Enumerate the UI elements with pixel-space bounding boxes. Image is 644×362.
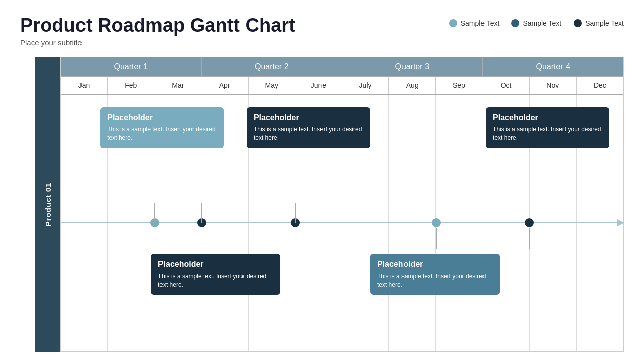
month-mar: Mar: [154, 77, 201, 94]
month-feb: Feb: [108, 77, 154, 94]
milestone-4: [432, 218, 441, 227]
month-oct: Oct: [482, 77, 529, 94]
month-july: July: [342, 77, 389, 94]
milestone-5: [525, 218, 534, 227]
card-5-text: This is a sample text. Insert your desir…: [377, 272, 493, 289]
quarter-4: Quarter 4: [483, 57, 624, 76]
page-title: Product Roadmap Gantt Chart: [20, 15, 295, 36]
connector-1: [154, 203, 155, 223]
header: Product Roadmap Gantt Chart Place your s…: [20, 15, 624, 47]
legend-dot-2: [511, 19, 519, 27]
month-june: June: [295, 77, 342, 94]
connector-4: [436, 228, 437, 249]
legend-item-3: Sample Text: [574, 19, 624, 27]
connector-3: [295, 203, 296, 223]
month-nov: Nov: [530, 77, 577, 94]
quarter-row: Quarter 1 Quarter 2 Quarter 3 Quarter 4: [61, 57, 623, 77]
product-label: Product 01: [35, 57, 60, 352]
month-sep: Sep: [436, 77, 482, 94]
gantt-card-4[interactable]: Placeholder This is a sample text. Inser…: [151, 254, 280, 295]
card-1-text: This is a sample text. Insert your desir…: [107, 125, 217, 142]
gantt-card-3[interactable]: Placeholder This is a sample text. Inser…: [486, 107, 609, 148]
connector-5: [529, 228, 530, 249]
gantt-card-2[interactable]: Placeholder This is a sample text. Inser…: [247, 107, 370, 148]
timeline-arrow: [617, 219, 624, 226]
legend-label-2: Sample Text: [523, 19, 561, 27]
legend-label-1: Sample Text: [461, 19, 500, 27]
page: Product Roadmap Gantt Chart Place your s…: [0, 0, 644, 362]
legend-dot-1: [449, 19, 457, 27]
content-area: Placeholder This is a sample text. Inser…: [61, 95, 623, 351]
legend-item-1: Sample Text: [449, 19, 500, 27]
month-jan: Jan: [61, 77, 108, 94]
gantt-main: Quarter 1 Quarter 2 Quarter 3 Quarter 4 …: [60, 57, 624, 352]
card-5-title: Placeholder: [377, 260, 493, 269]
card-4-title: Placeholder: [158, 260, 273, 269]
quarter-2: Quarter 2: [202, 57, 343, 76]
month-dec: Dec: [577, 77, 623, 94]
gantt-wrapper: Product 01 Quarter 1 Quarter 2 Quarter 3…: [35, 57, 624, 352]
page-subtitle: Place your subtitle: [20, 38, 295, 47]
card-3-title: Placeholder: [493, 113, 602, 122]
legend-label-3: Sample Text: [585, 19, 624, 27]
gantt-card-5[interactable]: Placeholder This is a sample text. Inser…: [370, 254, 500, 295]
card-2-title: Placeholder: [254, 113, 363, 122]
card-2-text: This is a sample text. Insert your desir…: [254, 125, 363, 142]
month-may: May: [249, 77, 295, 94]
legend-dot-3: [574, 19, 582, 27]
card-4-text: This is a sample text. Insert your desir…: [158, 272, 273, 289]
legend: Sample Text Sample Text Sample Text: [449, 15, 624, 27]
title-block: Product Roadmap Gantt Chart Place your s…: [20, 15, 295, 47]
legend-item-2: Sample Text: [511, 19, 561, 27]
month-row: Jan Feb Mar Apr May June July Aug Sep Oc…: [61, 77, 623, 95]
timeline-line: [61, 222, 623, 223]
quarter-3: Quarter 3: [342, 57, 483, 76]
month-apr: Apr: [201, 77, 248, 94]
gantt-card-1[interactable]: Placeholder This is a sample text. Inser…: [100, 107, 224, 148]
card-1-title: Placeholder: [107, 113, 217, 122]
connector-2: [201, 203, 202, 223]
quarter-1: Quarter 1: [61, 57, 202, 76]
month-aug: Aug: [389, 77, 436, 94]
card-3-text: This is a sample text. Insert your desir…: [493, 125, 602, 142]
